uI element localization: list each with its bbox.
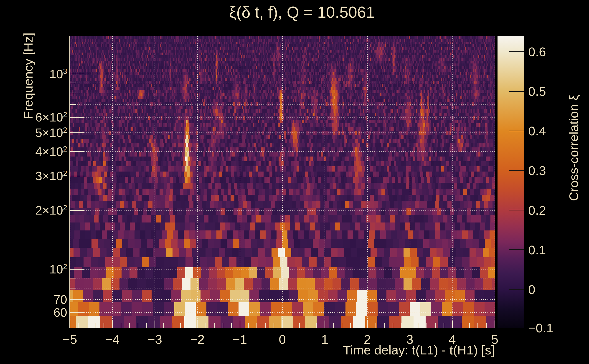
colorbar-tick-0.6 (509, 51, 524, 52)
y-tick-label-500: 5×102 (35, 126, 67, 140)
chart-title: ξ(δ t, f), Q = 10.5061 (229, 3, 375, 21)
colorbar-tick-label-0.1: 0.1 (528, 242, 546, 257)
colorbar-tick-0.2 (509, 210, 524, 210)
colorbar-tick-0.3 (509, 170, 524, 171)
colorbar-tick-0.4 (509, 130, 524, 131)
colorbar-tick-label-−0.1: −0.1 (528, 321, 554, 335)
y-tick-label-60: 60 (53, 305, 67, 319)
y-tick-label-600: 6×102 (35, 110, 67, 124)
x-tick-label--4: −4 (105, 332, 120, 347)
heatmap-canvas (70, 36, 495, 328)
x-tick-label--5: −5 (63, 332, 77, 347)
colorbar-tick-label-0.6: 0.6 (528, 44, 546, 59)
colorbar-tick-0.5 (509, 91, 524, 92)
x-tick-label--1: −1 (233, 332, 247, 347)
y-tick-label-200: 2×102 (35, 203, 67, 217)
x-tick-label--3: −3 (147, 332, 162, 347)
x-tick-label-1: 1 (321, 332, 328, 347)
colorbar-tick-0 (509, 289, 524, 290)
y-tick-label-1000: 103 (49, 67, 67, 81)
x-axis-title: Time delay: t(L1) - t(H1) [s] (343, 343, 495, 358)
x-tick-label--2: −2 (190, 332, 205, 347)
y-tick-label-300: 3×102 (35, 169, 67, 183)
colorbar-title: Cross-correlation ξ (566, 95, 581, 201)
colorbar-tick-label-0.2: 0.2 (528, 203, 546, 217)
y-tick-label-100: 102 (49, 262, 67, 276)
y-tick-label-70: 70 (53, 292, 67, 306)
colorbar-gradient (497, 36, 524, 328)
colorbar-tick-0.1 (509, 249, 524, 250)
colorbar-tick-label-0.3: 0.3 (528, 163, 546, 178)
colorbar-tick-label-0.4: 0.4 (528, 124, 546, 138)
y-tick-label-400: 4×102 (35, 144, 67, 159)
y-axis-title: Frequency [Hz] (21, 32, 35, 119)
x-tick-label-0: 0 (279, 332, 286, 347)
qscan-cross-correlation-figure: ξ(δ t, f), Q = 10.5061 Frequency [Hz] 10… (0, 0, 589, 364)
colorbar-tick-label-0.5: 0.5 (528, 84, 546, 99)
colorbar-tick-label-0: 0 (528, 282, 535, 297)
